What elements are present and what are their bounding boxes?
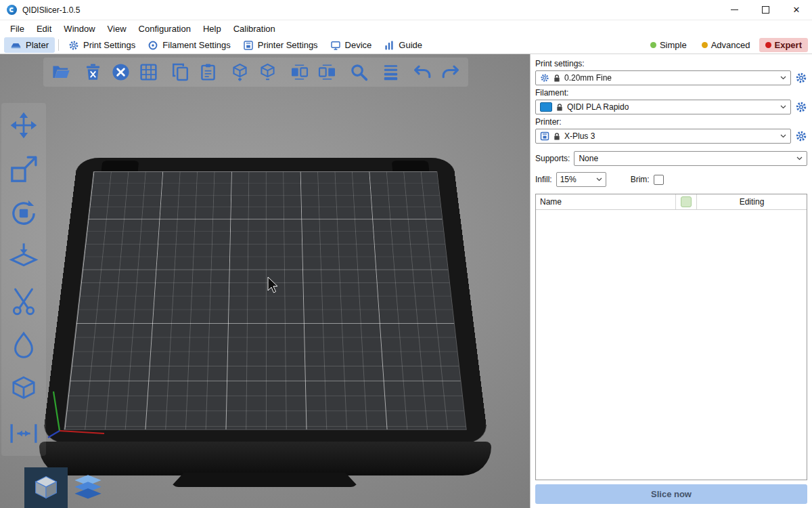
gizmos-toolbar bbox=[1, 103, 46, 456]
printer-gear-button[interactable] bbox=[795, 130, 807, 142]
guide-icon bbox=[384, 40, 394, 51]
3d-viewport[interactable] bbox=[0, 54, 530, 508]
filament-color-swatch bbox=[540, 102, 552, 112]
maximize-icon bbox=[762, 6, 769, 14]
menu-calibration[interactable]: Calibration bbox=[227, 22, 281, 36]
minimize-button[interactable] bbox=[719, 0, 750, 20]
z-axis-icon bbox=[48, 431, 60, 438]
menu-help[interactable]: Help bbox=[197, 22, 227, 36]
menu-file[interactable]: File bbox=[4, 22, 30, 36]
supports-value: None bbox=[579, 154, 598, 163]
filament-combo[interactable]: QIDI PLA Rapido bbox=[535, 100, 791, 114]
redo-button[interactable] bbox=[439, 61, 461, 83]
seam-tool-button[interactable] bbox=[8, 374, 39, 405]
place-on-face-tool-button[interactable] bbox=[8, 242, 39, 273]
object-list: Name Editing bbox=[535, 194, 807, 480]
cut-tool-button[interactable] bbox=[8, 286, 39, 317]
split-to-parts-button[interactable] bbox=[316, 61, 338, 83]
menu-window[interactable]: Window bbox=[58, 22, 101, 36]
printer-combo[interactable]: X-Plus 3 bbox=[535, 129, 791, 144]
chevron-down-icon bbox=[796, 156, 803, 161]
search-button[interactable] bbox=[348, 61, 370, 83]
filament-gear-button[interactable] bbox=[795, 101, 807, 113]
copy-button[interactable] bbox=[169, 61, 191, 83]
slice-now-button[interactable]: Slice now bbox=[535, 484, 807, 504]
add-instance-button[interactable] bbox=[229, 61, 251, 83]
supports-combo[interactable]: None bbox=[574, 151, 807, 166]
mouse-cursor bbox=[266, 276, 279, 294]
chevron-down-icon bbox=[596, 177, 602, 182]
mode-advanced[interactable]: Advanced bbox=[696, 38, 757, 52]
rotate-tool-button[interactable] bbox=[8, 198, 39, 229]
menu-edit[interactable]: Edit bbox=[30, 22, 58, 36]
supports-label: Supports: bbox=[535, 154, 570, 163]
split-to-objects-button[interactable] bbox=[288, 61, 311, 83]
maximize-button[interactable] bbox=[750, 0, 781, 20]
layer-height-icon bbox=[381, 62, 401, 82]
object-list-body[interactable] bbox=[536, 210, 807, 480]
print-settings-gear-button[interactable] bbox=[795, 72, 807, 84]
print-settings-label: Print settings: bbox=[535, 59, 807, 68]
mode-simple[interactable]: Simple bbox=[644, 38, 693, 52]
lock-icon bbox=[553, 74, 561, 83]
measure-tool-button[interactable] bbox=[8, 418, 39, 449]
gear-icon bbox=[795, 101, 807, 113]
arrange-button[interactable] bbox=[137, 61, 160, 83]
infill-combo[interactable]: 15% bbox=[556, 172, 606, 187]
tab-printer-settings-label: Printer Settings bbox=[258, 40, 318, 50]
print-settings-value: 0.20mm Fine bbox=[564, 73, 612, 83]
y-axis-icon bbox=[53, 391, 60, 431]
gear-icon bbox=[795, 130, 807, 142]
infill-value: 15% bbox=[560, 175, 577, 184]
split-objects-icon bbox=[290, 62, 309, 82]
chevron-down-icon bbox=[780, 105, 786, 109]
title-bar: QIDISlicer-1.0.5 ✕ bbox=[0, 0, 812, 20]
viewport-toolbar bbox=[43, 58, 468, 87]
delete-all-button[interactable] bbox=[110, 61, 132, 83]
tab-plater[interactable]: Plater bbox=[4, 37, 55, 53]
move-tool-button[interactable] bbox=[8, 110, 39, 141]
column-extruder bbox=[676, 194, 697, 209]
paste-button[interactable] bbox=[197, 61, 219, 83]
menu-view[interactable]: View bbox=[102, 22, 133, 36]
scale-tool-button[interactable] bbox=[8, 154, 39, 185]
3d-editor-view-button[interactable] bbox=[24, 467, 68, 508]
tab-filament-settings-label: Filament Settings bbox=[162, 40, 230, 50]
tab-print-settings[interactable]: Print Settings bbox=[62, 38, 141, 53]
preview-view-button[interactable] bbox=[68, 469, 108, 508]
printer-label: Printer: bbox=[535, 117, 807, 127]
remove-instance-icon bbox=[258, 62, 277, 82]
plater-icon bbox=[10, 39, 22, 51]
expert-mode-dot-icon bbox=[765, 42, 771, 48]
delete-button[interactable] bbox=[82, 61, 104, 83]
mode-expert-label: Expert bbox=[775, 40, 802, 50]
variable-layer-height-button[interactable] bbox=[380, 61, 402, 83]
mode-simple-label: Simple bbox=[660, 40, 687, 50]
tab-guide[interactable]: Guide bbox=[378, 38, 428, 53]
menu-configuration[interactable]: Configuration bbox=[133, 22, 197, 36]
lock-icon bbox=[553, 132, 561, 141]
infill-label: Infill: bbox=[535, 175, 552, 184]
print-settings-combo[interactable]: 0.20mm Fine bbox=[535, 70, 791, 85]
device-icon bbox=[330, 40, 341, 51]
brim-checkbox[interactable] bbox=[654, 175, 664, 185]
cut-tool-icon bbox=[9, 287, 39, 316]
minimize-icon bbox=[731, 9, 738, 11]
remove-instance-button[interactable] bbox=[256, 61, 279, 83]
extruder-color-icon bbox=[681, 196, 692, 207]
tab-filament-settings[interactable]: Filament Settings bbox=[141, 38, 236, 53]
move-tool-icon bbox=[9, 110, 39, 140]
undo-button[interactable] bbox=[411, 61, 434, 83]
split-parts-icon bbox=[317, 62, 337, 82]
close-button[interactable]: ✕ bbox=[781, 0, 812, 20]
tab-printer-settings[interactable]: Printer Settings bbox=[237, 38, 324, 53]
mode-expert[interactable]: Expert bbox=[759, 38, 808, 52]
tab-device[interactable]: Device bbox=[324, 38, 378, 53]
column-editing: Editing bbox=[697, 194, 807, 209]
lock-icon bbox=[556, 103, 564, 112]
open-button[interactable] bbox=[50, 61, 72, 83]
copy-icon bbox=[171, 62, 190, 82]
printer-icon bbox=[540, 131, 549, 141]
search-icon bbox=[349, 62, 369, 82]
paint-supports-tool-button[interactable] bbox=[8, 330, 39, 361]
